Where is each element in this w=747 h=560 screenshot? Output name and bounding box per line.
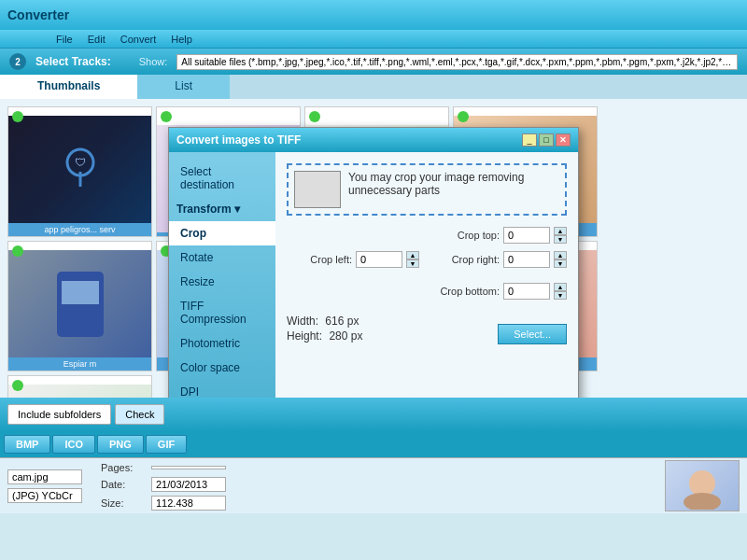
- titlebar: Converter: [0, 0, 747, 30]
- thumb-img: 🛡: [8, 116, 151, 223]
- size-row: Size: 112.438: [101, 496, 226, 511]
- crop-left-spinner[interactable]: ▲ ▼: [406, 251, 419, 268]
- app-title: Converter: [7, 7, 69, 22]
- spin-down[interactable]: ▼: [554, 259, 567, 268]
- dialog-maximize[interactable]: □: [539, 133, 554, 147]
- stepbar: 2 Select Tracks: Show: All suitable file…: [0, 49, 747, 75]
- info-bar: cam.jpg (JPG) YCbCr Pages: Date: 21/03/2…: [0, 457, 747, 513]
- format-bmp[interactable]: BMP: [4, 435, 50, 454]
- pages-value: [151, 466, 226, 469]
- crop-top-input[interactable]: [503, 227, 550, 244]
- crop-left-input[interactable]: [356, 251, 402, 268]
- include-subfolders-button[interactable]: Include subfolders: [7, 404, 111, 425]
- thumb-indicator: [12, 380, 23, 391]
- size-info: Width: 616 px Height: 280 px: [287, 315, 362, 344]
- step-label: Select Tracks:: [35, 55, 111, 68]
- crop-top-label: Crop top:: [434, 230, 500, 241]
- crop-top-row: Crop top: ▲ ▼: [287, 227, 567, 244]
- menu-edit[interactable]: Edit: [88, 34, 106, 45]
- crop-left-label: Crop left:: [287, 254, 352, 265]
- spin-up[interactable]: ▲: [554, 227, 567, 235]
- tab-thumbnails[interactable]: Thumbnails: [0, 75, 137, 99]
- thumb-indicator: [309, 111, 320, 122]
- crop-bottom-label: Crop bottom:: [434, 286, 500, 297]
- convert-dialog: Convert images to TIFF _ □ ✕ Select dest…: [168, 127, 579, 398]
- svg-text:🛡: 🛡: [75, 156, 86, 169]
- pages-row: Pages:: [101, 462, 226, 473]
- svg-point-11: [689, 470, 715, 497]
- nav-rotate[interactable]: Rotate: [169, 245, 275, 270]
- crop-lr-row: Crop left: ▲ ▼ Crop right: ▲: [287, 251, 567, 275]
- crop-preview: [294, 171, 341, 208]
- height-info: Height: 280 px: [287, 329, 362, 343]
- dialog-content: You may crop your image removing unneces…: [275, 152, 578, 398]
- tab-list[interactable]: List: [137, 75, 230, 99]
- pages-label: Pages:: [101, 462, 148, 473]
- menu-convert[interactable]: Convert: [120, 34, 157, 45]
- thumb-label: app peligros... serv: [8, 223, 151, 236]
- crop-bottom-spinner[interactable]: ▲ ▼: [554, 283, 567, 300]
- nav-color-space[interactable]: Color space: [169, 356, 275, 380]
- thumb-label: Espiar m: [8, 357, 151, 371]
- date-row: Date: 21/03/2013: [101, 477, 226, 492]
- thumbnail-area: 🛡 app peligros... serv do ordenador.jpg …: [0, 99, 747, 398]
- thumb-item[interactable]: Espiar m: [7, 241, 152, 371]
- format-bar: BMP ICO PNG GIF: [0, 431, 747, 457]
- thumb-indicator: [458, 111, 469, 122]
- date-value: 21/03/2013: [151, 477, 226, 492]
- nav-tiff-compression[interactable]: TIFF Compression: [169, 294, 275, 331]
- menubar: File Edit Convert Help: [0, 30, 747, 49]
- menu-help[interactable]: Help: [171, 34, 192, 45]
- dialog-minimize[interactable]: _: [522, 133, 537, 147]
- spin-down[interactable]: ▼: [554, 235, 567, 244]
- colorspace-value: (JPG) YCbCr: [7, 488, 82, 503]
- dialog-nav: Select destination Transform ▾ Crop Rota…: [169, 152, 275, 398]
- spin-up[interactable]: ▲: [406, 251, 419, 259]
- crop-right-spinner[interactable]: ▲ ▼: [554, 251, 567, 268]
- crop-left-row: Crop left: ▲ ▼: [287, 251, 419, 268]
- dialog-titlebar: Convert images to TIFF _ □ ✕: [169, 128, 578, 152]
- nav-crop[interactable]: Crop: [169, 221, 275, 245]
- meta-info: Pages: Date: 21/03/2013 Size: 112.438: [101, 462, 226, 511]
- format-png[interactable]: PNG: [97, 435, 144, 454]
- nav-resize[interactable]: Resize: [169, 270, 275, 294]
- crop-hint: You may crop your image removing unneces…: [287, 163, 567, 216]
- nav-select-destination[interactable]: Select destination: [169, 160, 275, 197]
- svg-rect-6: [62, 281, 99, 304]
- dialog-close[interactable]: ✕: [556, 133, 571, 147]
- size-label: Size:: [101, 497, 148, 509]
- file-info: cam.jpg (JPG) YCbCr: [7, 469, 82, 503]
- menu-file[interactable]: File: [56, 34, 73, 45]
- spin-up[interactable]: ▲: [554, 283, 567, 291]
- show-label: Show:: [139, 56, 168, 67]
- spin-down[interactable]: ▼: [554, 291, 567, 300]
- step-badge: 2: [9, 53, 26, 70]
- spin-down[interactable]: ▼: [406, 259, 419, 268]
- crop-right-row: Crop right: ▲ ▼: [434, 251, 567, 268]
- nav-transform-section[interactable]: Transform ▾: [169, 197, 275, 221]
- thumb-indicator: [12, 111, 23, 122]
- width-info: Width: 616 px: [287, 315, 362, 328]
- crop-top-spinner[interactable]: ▲ ▼: [554, 227, 567, 244]
- tab-bar: Thumbnails List: [0, 75, 747, 99]
- svg-point-12: [684, 493, 721, 510]
- select-button[interactable]: Select...: [498, 324, 567, 344]
- thumb-indicator: [161, 111, 172, 122]
- info-thumb-preview: [665, 460, 740, 511]
- crop-right-input[interactable]: [503, 251, 550, 268]
- filename-value: cam.jpg: [7, 469, 82, 484]
- format-gif[interactable]: GIF: [146, 435, 187, 454]
- format-ico[interactable]: ICO: [52, 435, 95, 454]
- thumb-indicator: [12, 245, 23, 257]
- check-button[interactable]: Check: [115, 404, 164, 425]
- thumb-item[interactable]: 🛡 app peligros... serv: [7, 106, 152, 237]
- thumb-item[interactable]: fac: [7, 375, 152, 398]
- thumb-img: [8, 385, 151, 398]
- bottom-toolbar: Include subfolders Check: [0, 398, 747, 431]
- nav-dpi[interactable]: DPI: [169, 380, 275, 398]
- crop-bottom-input[interactable]: [503, 283, 550, 300]
- date-label: Date:: [101, 479, 148, 490]
- filter-box[interactable]: All suitable files (*.bmp,*.jpg,*.jpeg,*…: [176, 54, 738, 70]
- nav-photometric[interactable]: Photometric: [169, 331, 275, 356]
- spin-up[interactable]: ▲: [554, 251, 567, 259]
